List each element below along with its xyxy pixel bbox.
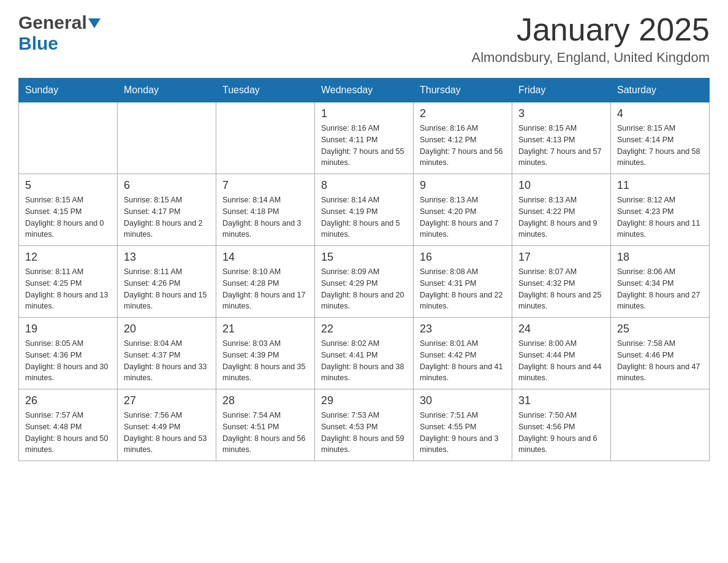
day-info: Sunrise: 8:14 AM Sunset: 4:18 PM Dayligh… [222, 194, 308, 240]
day-info: Sunrise: 8:16 AM Sunset: 4:11 PM Dayligh… [321, 123, 407, 169]
day-info: Sunrise: 8:08 AM Sunset: 4:31 PM Dayligh… [420, 266, 506, 312]
calendar-cell [216, 102, 315, 174]
calendar-cell: 28Sunrise: 7:54 AM Sunset: 4:51 PM Dayli… [216, 389, 315, 461]
calendar-day-header: Friday [512, 79, 611, 102]
day-info: Sunrise: 7:53 AM Sunset: 4:53 PM Dayligh… [321, 410, 407, 456]
day-number: 4 [617, 107, 703, 120]
calendar-cell: 31Sunrise: 7:50 AM Sunset: 4:56 PM Dayli… [512, 389, 611, 461]
calendar-cell: 14Sunrise: 8:10 AM Sunset: 4:28 PM Dayli… [216, 246, 315, 318]
day-number: 3 [518, 107, 604, 120]
calendar-week-row: 12Sunrise: 8:11 AM Sunset: 4:25 PM Dayli… [19, 246, 710, 318]
page-header: General Blue January 2025 Almondsbury, E… [18, 12, 710, 66]
calendar-cell: 17Sunrise: 8:07 AM Sunset: 4:32 PM Dayli… [512, 246, 611, 318]
day-info: Sunrise: 8:13 AM Sunset: 4:20 PM Dayligh… [420, 194, 506, 240]
location-subtitle: Almondsbury, England, United Kingdom [472, 50, 710, 66]
day-info: Sunrise: 7:51 AM Sunset: 4:55 PM Dayligh… [420, 410, 506, 456]
calendar-cell: 23Sunrise: 8:01 AM Sunset: 4:42 PM Dayli… [414, 318, 512, 389]
day-number: 22 [321, 323, 407, 335]
logo-general-text: General [18, 12, 87, 33]
calendar-header-row: SundayMondayTuesdayWednesdayThursdayFrid… [19, 79, 710, 102]
calendar-cell: 27Sunrise: 7:56 AM Sunset: 4:49 PM Dayli… [118, 389, 216, 461]
day-info: Sunrise: 8:14 AM Sunset: 4:19 PM Dayligh… [321, 194, 407, 240]
day-info: Sunrise: 8:02 AM Sunset: 4:41 PM Dayligh… [321, 338, 407, 384]
day-info: Sunrise: 8:03 AM Sunset: 4:39 PM Dayligh… [222, 338, 308, 384]
day-number: 17 [518, 251, 604, 264]
day-info: Sunrise: 7:57 AM Sunset: 4:48 PM Dayligh… [25, 410, 111, 456]
day-info: Sunrise: 8:06 AM Sunset: 4:34 PM Dayligh… [617, 266, 703, 312]
day-number: 19 [25, 323, 111, 335]
day-number: 29 [321, 394, 407, 407]
day-info: Sunrise: 8:12 AM Sunset: 4:23 PM Dayligh… [617, 194, 703, 240]
day-number: 11 [617, 179, 703, 192]
calendar-cell: 3Sunrise: 8:15 AM Sunset: 4:13 PM Daylig… [512, 102, 611, 174]
day-number: 15 [321, 251, 407, 264]
calendar-day-header: Tuesday [216, 79, 315, 102]
title-section: January 2025 Almondsbury, England, Unite… [472, 12, 710, 66]
day-info: Sunrise: 8:11 AM Sunset: 4:25 PM Dayligh… [25, 266, 111, 312]
calendar-day-header: Saturday [611, 79, 710, 102]
calendar-cell: 16Sunrise: 8:08 AM Sunset: 4:31 PM Dayli… [414, 246, 512, 318]
day-number: 21 [222, 323, 308, 335]
calendar-cell: 20Sunrise: 8:04 AM Sunset: 4:37 PM Dayli… [118, 318, 216, 389]
calendar-cell: 12Sunrise: 8:11 AM Sunset: 4:25 PM Dayli… [19, 246, 118, 318]
calendar-week-row: 1Sunrise: 8:16 AM Sunset: 4:11 PM Daylig… [19, 102, 710, 174]
calendar-cell: 1Sunrise: 8:16 AM Sunset: 4:11 PM Daylig… [315, 102, 414, 174]
day-info: Sunrise: 7:56 AM Sunset: 4:49 PM Dayligh… [124, 410, 210, 456]
day-info: Sunrise: 8:15 AM Sunset: 4:15 PM Dayligh… [25, 194, 111, 240]
day-number: 18 [617, 251, 703, 264]
calendar-cell [118, 102, 216, 174]
logo-blue-text: Blue [18, 33, 58, 54]
day-number: 30 [420, 394, 506, 407]
day-number: 31 [518, 394, 604, 407]
month-title: January 2025 [472, 12, 710, 47]
day-number: 5 [25, 179, 111, 192]
calendar-day-header: Sunday [19, 79, 118, 102]
logo: General Blue [18, 12, 100, 54]
calendar-cell: 26Sunrise: 7:57 AM Sunset: 4:48 PM Dayli… [19, 389, 118, 461]
day-info: Sunrise: 7:50 AM Sunset: 4:56 PM Dayligh… [518, 410, 604, 456]
calendar-cell: 7Sunrise: 8:14 AM Sunset: 4:18 PM Daylig… [216, 174, 315, 246]
calendar-day-header: Wednesday [315, 79, 414, 102]
day-number: 26 [25, 394, 111, 407]
calendar-table: SundayMondayTuesdayWednesdayThursdayFrid… [18, 78, 710, 461]
calendar-cell: 18Sunrise: 8:06 AM Sunset: 4:34 PM Dayli… [611, 246, 710, 318]
calendar-cell: 21Sunrise: 8:03 AM Sunset: 4:39 PM Dayli… [216, 318, 315, 389]
day-info: Sunrise: 8:13 AM Sunset: 4:22 PM Dayligh… [518, 194, 604, 240]
calendar-cell: 2Sunrise: 8:16 AM Sunset: 4:12 PM Daylig… [414, 102, 512, 174]
day-info: Sunrise: 8:05 AM Sunset: 4:36 PM Dayligh… [25, 338, 111, 384]
day-info: Sunrise: 8:07 AM Sunset: 4:32 PM Dayligh… [518, 266, 604, 312]
day-number: 16 [420, 251, 506, 264]
calendar-day-header: Monday [118, 79, 216, 102]
day-info: Sunrise: 8:10 AM Sunset: 4:28 PM Dayligh… [222, 266, 308, 312]
calendar-cell: 9Sunrise: 8:13 AM Sunset: 4:20 PM Daylig… [414, 174, 512, 246]
day-number: 23 [420, 323, 506, 335]
calendar-cell: 5Sunrise: 8:15 AM Sunset: 4:15 PM Daylig… [19, 174, 118, 246]
calendar-week-row: 19Sunrise: 8:05 AM Sunset: 4:36 PM Dayli… [19, 318, 710, 389]
day-number: 9 [420, 179, 506, 192]
day-info: Sunrise: 8:16 AM Sunset: 4:12 PM Dayligh… [420, 123, 506, 169]
day-info: Sunrise: 8:04 AM Sunset: 4:37 PM Dayligh… [124, 338, 210, 384]
day-number: 8 [321, 179, 407, 192]
day-info: Sunrise: 8:01 AM Sunset: 4:42 PM Dayligh… [420, 338, 506, 384]
day-number: 14 [222, 251, 308, 264]
calendar-cell: 8Sunrise: 8:14 AM Sunset: 4:19 PM Daylig… [315, 174, 414, 246]
day-info: Sunrise: 8:00 AM Sunset: 4:44 PM Dayligh… [518, 338, 604, 384]
calendar-cell: 25Sunrise: 7:58 AM Sunset: 4:46 PM Dayli… [611, 318, 710, 389]
day-number: 24 [518, 323, 604, 335]
day-info: Sunrise: 7:54 AM Sunset: 4:51 PM Dayligh… [222, 410, 308, 456]
calendar-cell: 4Sunrise: 8:15 AM Sunset: 4:14 PM Daylig… [611, 102, 710, 174]
day-number: 7 [222, 179, 308, 192]
calendar-cell [611, 389, 710, 461]
day-number: 2 [420, 107, 506, 120]
day-number: 25 [617, 323, 703, 335]
calendar-cell: 22Sunrise: 8:02 AM Sunset: 4:41 PM Dayli… [315, 318, 414, 389]
calendar-cell: 11Sunrise: 8:12 AM Sunset: 4:23 PM Dayli… [611, 174, 710, 246]
day-number: 28 [222, 394, 308, 407]
calendar-cell: 15Sunrise: 8:09 AM Sunset: 4:29 PM Dayli… [315, 246, 414, 318]
calendar-cell: 13Sunrise: 8:11 AM Sunset: 4:26 PM Dayli… [118, 246, 216, 318]
calendar-cell: 10Sunrise: 8:13 AM Sunset: 4:22 PM Dayli… [512, 174, 611, 246]
day-info: Sunrise: 8:15 AM Sunset: 4:17 PM Dayligh… [124, 194, 210, 240]
calendar-cell: 6Sunrise: 8:15 AM Sunset: 4:17 PM Daylig… [118, 174, 216, 246]
calendar-day-header: Thursday [414, 79, 512, 102]
day-number: 13 [124, 251, 210, 264]
